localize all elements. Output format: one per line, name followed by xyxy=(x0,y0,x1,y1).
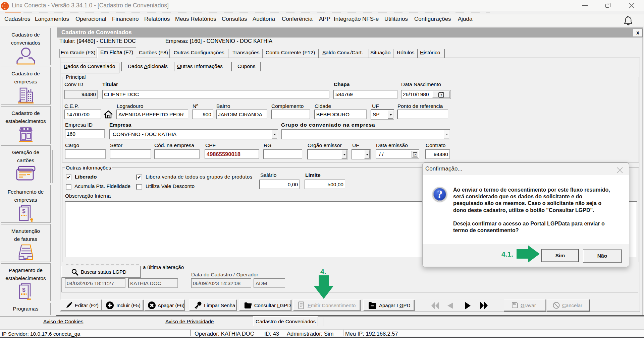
svg-text:7: 7 xyxy=(440,93,442,97)
svg-text:$: $ xyxy=(22,208,25,214)
svg-text:$: $ xyxy=(22,287,25,293)
svg-text:7: 7 xyxy=(414,153,416,156)
